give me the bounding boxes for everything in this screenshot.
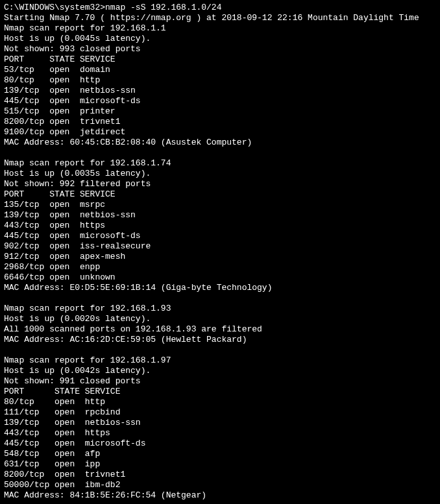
port-row: 548/tcp open afp (4, 449, 100, 459)
port-row: 515/tcp open printer (4, 106, 116, 116)
port-row: 912/tcp open apex-mesh (4, 252, 125, 261)
host-status: Host is up (0.0035s latency). (4, 169, 151, 178)
host-report: Nmap scan report for 192.168.1.74 (4, 158, 171, 168)
port-header: PORT STATE SERVICE (4, 189, 116, 199)
not-shown: Not shown: 991 closed ports (4, 376, 141, 386)
host-status: Host is up (0.0045s latency). (4, 34, 151, 43)
command: nmap -sS 192.168.1.0/24 (105, 3, 221, 12)
command-prompt-line: C:\WINDOWS\system32>nmap -sS 192.168.1.0… (4, 3, 221, 12)
port-row: 139/tcp open netbios-ssn (4, 418, 141, 427)
port-row: 53/tcp open domain (4, 65, 110, 75)
port-row: 443/tcp open https (4, 428, 110, 438)
host-report: Nmap scan report for 192.168.1.1 (4, 23, 166, 33)
port-row: 80/tcp open http (4, 397, 105, 407)
port-row: 8200/tcp open trivnet1 (4, 117, 120, 126)
host-status: Host is up (0.0020s latency). (4, 314, 151, 324)
port-row: 443/tcp open https (4, 221, 105, 230)
host-status: Host is up (0.0042s latency). (4, 366, 151, 376)
port-row: 139/tcp open netbios-ssn (4, 86, 136, 95)
host-report: Nmap scan report for 192.168.1.93 (4, 304, 171, 313)
not-shown: Not shown: 993 closed ports (4, 44, 141, 54)
mac-address: MAC Address: 60:45:CB:B2:08:40 (Asustek … (4, 138, 252, 147)
port-row: 445/tcp open microsoft-ds (4, 96, 141, 106)
port-header: PORT STATE SERVICE (4, 387, 120, 396)
port-row: 139/tcp open netbios-ssn (4, 210, 136, 220)
prompt: C:\WINDOWS\system32> (4, 3, 105, 12)
not-shown: Not shown: 992 filtered ports (4, 179, 151, 189)
port-row: 902/tcp open iss-realsecure (4, 241, 151, 251)
host-report: Nmap scan report for 192.168.1.97 (4, 355, 171, 365)
port-row: 8200/tcp open trivnet1 (4, 470, 125, 479)
port-row: 135/tcp open msrpc (4, 200, 105, 210)
port-row: 631/tcp open ipp (4, 459, 100, 469)
port-header: PORT STATE SERVICE (4, 54, 116, 64)
port-row: 9100/tcp open jetdirect (4, 127, 125, 137)
mac-address: MAC Address: E0:D5:5E:69:1B:14 (Giga-byt… (4, 283, 272, 293)
mac-address: MAC Address: AC:16:2D:CE:59:05 (Hewlett … (4, 335, 247, 344)
port-row: 445/tcp open microsoft-ds (4, 231, 141, 241)
port-row: 111/tcp open rpcbind (4, 407, 120, 417)
port-row: 2968/tcp open enpp (4, 262, 100, 272)
terminal-output[interactable]: C:\WINDOWS\system32>nmap -sS 192.168.1.0… (0, 0, 440, 503)
nmap-start-line: Starting Nmap 7.70 ( https://nmap.org ) … (4, 13, 419, 23)
port-row: 80/tcp open http (4, 75, 100, 85)
mac-address: MAC Address: 84:1B:5E:26:FC:54 (Netgear) (4, 490, 206, 500)
port-row: 445/tcp open microsoft-ds (4, 438, 145, 448)
port-row: 50000/tcp open ibm-db2 (4, 480, 120, 490)
not-shown: All 1000 scanned ports on 192.168.1.93 a… (4, 324, 262, 334)
port-row: 6646/tcp open unknown (4, 272, 116, 282)
